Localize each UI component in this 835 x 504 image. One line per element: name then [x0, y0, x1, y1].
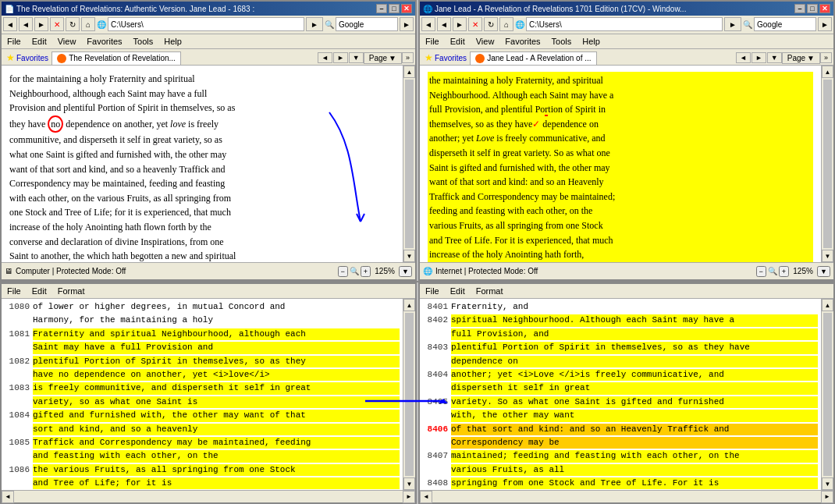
page-btn-1[interactable]: Page ▼ — [364, 52, 402, 64]
zoom-dropdown-1[interactable]: ▼ — [399, 266, 412, 277]
browser-toolbar-2: ◄ ◄ ► ✕ ↻ ⌂ 🌐 ► 🔍 ► — [420, 16, 833, 34]
editor-scroll-down-1[interactable]: ▼ — [403, 477, 415, 490]
zoom-out-2[interactable]: − — [756, 266, 766, 277]
scroll-down-2[interactable]: ▼ — [822, 250, 833, 262]
menu-favorites-2[interactable]: Favorites — [503, 36, 542, 47]
scrollbar-2[interactable]: ▲ ▼ — [821, 66, 833, 262]
tab-extra-1[interactable]: » — [402, 52, 414, 63]
tab-new-1[interactable]: ▼ — [349, 52, 364, 63]
go-btn-1[interactable]: ► — [306, 17, 323, 31]
tab-extra-2[interactable]: » — [820, 52, 832, 63]
tab-next-1[interactable]: ► — [333, 52, 348, 63]
search-go-btn-1[interactable]: ► — [400, 17, 414, 31]
tab-next-2[interactable]: ► — [752, 52, 766, 63]
favorites-btn-1[interactable]: ★ Favorites — [3, 51, 52, 65]
h-scroll-left-1[interactable]: ◄ — [2, 491, 14, 503]
scroll-down-1[interactable]: ▼ — [403, 250, 415, 262]
stop-btn-1[interactable]: ✕ — [50, 17, 64, 31]
editor-menu-file-2[interactable]: File — [423, 286, 442, 296]
list-item: Harmony, for the maintaining a holy — [5, 314, 400, 327]
list-item: with, the other may want — [423, 409, 818, 422]
minimize-btn-1[interactable]: – — [376, 4, 387, 13]
menu-edit-2[interactable]: Edit — [448, 36, 467, 47]
back-btn-1b[interactable]: ◄ — [19, 17, 33, 31]
page-arrow-2: ▼ — [807, 54, 815, 62]
menu-view-2[interactable]: View — [474, 36, 497, 47]
zoom-out-1[interactable]: − — [338, 266, 348, 277]
editor-scroll-up-1[interactable]: ▲ — [403, 299, 415, 311]
line-num: 1084 — [5, 410, 30, 421]
title-bar-1: 📄 The Revelation of Revelations: Authent… — [2, 2, 415, 16]
horiz-scroll-1[interactable]: ◄ ► — [2, 490, 415, 502]
back-btn-2[interactable]: ◄ — [421, 17, 435, 31]
search-bar-1[interactable] — [336, 17, 398, 31]
address-bar-1[interactable] — [108, 17, 304, 31]
h-scroll-right-1[interactable]: ► — [403, 491, 415, 503]
tab-prev-2[interactable]: ◄ — [736, 52, 751, 63]
menu-file-1[interactable]: File — [5, 36, 23, 47]
forward-btn-2[interactable]: ► — [453, 17, 467, 31]
scroll-up-1[interactable]: ▲ — [403, 66, 415, 78]
menu-help-1[interactable]: Help — [162, 36, 184, 47]
editor-scrollbar-2[interactable]: ▲ ▼ — [821, 299, 833, 490]
back-btn-1[interactable]: ◄ — [3, 17, 17, 31]
menu-tools-1[interactable]: Tools — [131, 36, 156, 47]
menu-view-1[interactable]: View — [55, 36, 79, 47]
refresh-btn-2[interactable]: ↻ — [484, 17, 498, 31]
line-text: plentiful Portion of Spirit in themselve… — [451, 342, 818, 353]
tab-2[interactable]: Jane Lead - A Revelation of ... — [470, 51, 596, 65]
maximize-btn-2[interactable]: □ — [807, 4, 818, 13]
home-btn-2[interactable]: ⌂ — [499, 17, 513, 31]
menu-tools-2[interactable]: Tools — [549, 36, 574, 47]
maximize-btn-1[interactable]: □ — [389, 4, 400, 13]
line-text: Traffick and Correspondency may be maint… — [33, 437, 400, 449]
zoom-in-2[interactable]: + — [779, 266, 789, 277]
editor-menu-format-2[interactable]: Format — [474, 286, 506, 296]
editor-scrollbar-1[interactable]: ▲ ▼ — [403, 299, 415, 490]
h-scroll-track-2 — [434, 493, 819, 501]
scroll-up-2[interactable]: ▲ — [822, 66, 833, 78]
editor-menu-edit-1[interactable]: Edit — [30, 286, 49, 296]
line-num — [5, 314, 30, 326]
menu-help-2[interactable]: Help — [580, 36, 602, 47]
editor-menu-file-1[interactable]: File — [5, 286, 23, 296]
editor-menu-edit-2[interactable]: Edit — [448, 286, 467, 296]
line-num: 1080 — [5, 301, 30, 313]
tab-new-2[interactable]: ▼ — [767, 52, 782, 63]
close-btn-1[interactable]: ✕ — [401, 4, 412, 13]
line-num: 8401 — [423, 301, 448, 313]
editor-scroll-up-2[interactable]: ▲ — [822, 299, 833, 311]
back-btn-2b[interactable]: ◄ — [437, 17, 451, 31]
line-num: 8406 — [423, 424, 448, 435]
menu-favorites-1[interactable]: Favorites — [84, 36, 124, 47]
search-bar-2[interactable] — [754, 17, 816, 31]
minimize-btn-2[interactable]: – — [794, 4, 805, 13]
refresh-btn-1[interactable]: ↻ — [66, 17, 80, 31]
page-btn-2[interactable]: Page ▼ — [782, 52, 820, 64]
tab-1[interactable]: The Revelation of Revelation... — [52, 51, 181, 65]
tab-prev-1[interactable]: ◄ — [318, 52, 332, 63]
address-bar-2[interactable] — [526, 17, 723, 31]
line-num: 1083 — [5, 382, 30, 394]
go-btn-2[interactable]: ► — [724, 17, 741, 31]
zoom-in-1[interactable]: + — [361, 266, 371, 277]
close-btn-2[interactable]: ✕ — [819, 4, 830, 13]
home-btn-1[interactable]: ⌂ — [81, 17, 95, 31]
main-container: 📄 The Revelation of Revelations: Authent… — [0, 0, 835, 504]
forward-btn-1[interactable]: ► — [34, 17, 48, 31]
menu-edit-1[interactable]: Edit — [30, 36, 49, 47]
editor-scroll-down-2[interactable]: ▼ — [822, 477, 833, 490]
browser2-favicon: 🌐 — [423, 5, 432, 13]
h-scroll-right-2[interactable]: ► — [821, 491, 833, 503]
menu-file-2[interactable]: File — [423, 36, 442, 47]
search-go-btn-2[interactable]: ► — [818, 17, 832, 31]
stop-btn-2[interactable]: ✕ — [468, 17, 482, 31]
favorites-btn-2[interactable]: ★ Favorites — [421, 51, 470, 65]
h-scroll-left-2[interactable]: ◄ — [420, 491, 432, 503]
scrollbar-1[interactable]: ▲ ▼ — [403, 66, 415, 262]
editor-menu-format-1[interactable]: Format — [55, 286, 87, 296]
horiz-scroll-2[interactable]: ◄ ► — [420, 490, 833, 502]
zoom-dropdown-2[interactable]: ▼ — [817, 266, 830, 277]
line-text: variety. So as what one Saint is gifted … — [451, 396, 818, 408]
bottom-half: File Edit Format 1080 of lower or higher… — [0, 281, 835, 504]
